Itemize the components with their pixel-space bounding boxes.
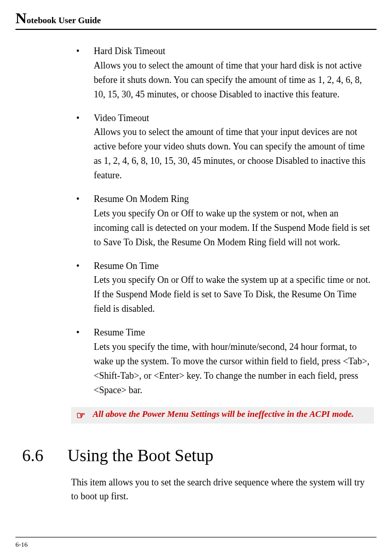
bullet-title: Resume On Time [94,259,374,274]
section-body: This item allows you to set the search d… [71,476,374,504]
list-item: Hard Disk Timeout Allows you to select t… [71,44,374,102]
page-footer: 6-16 [15,537,377,549]
bullet-title: Resume Time [94,326,374,340]
list-item: Resume On Modem Ring Lets you specify On… [71,192,374,250]
bullet-body: Lets you specify On or Off to wake up th… [94,207,374,250]
content-area: Hard Disk Timeout Allows you to select t… [15,44,377,537]
list-item: Resume Time Lets you specify the time, w… [71,326,374,397]
section-title: Using the Boot Setup [67,446,213,465]
bullet-title: Video Timeout [94,111,374,126]
header-dropcap: N [15,9,27,26]
section-heading: 6.6Using the Boot Setup [22,446,374,465]
note-callout: ☞ All above the Power Menu Settings will… [71,407,374,424]
page-number: 6-16 [15,541,28,548]
bullet-list: Hard Disk Timeout Allows you to select t… [71,44,374,398]
list-item: Video Timeout Allows you to select the a… [71,111,374,183]
page: Notebook User Guide Hard Disk Timeout Al… [0,0,392,556]
list-item: Resume On Time Lets you specify On or Of… [71,259,374,317]
header-title: Notebook User Guide [15,15,101,25]
page-header: Notebook User Guide [15,9,377,30]
note-text: All above the Power Menu Settings will b… [93,409,354,419]
bullet-body: Allows you to select the amount of time … [94,59,374,102]
section-number: 6.6 [22,446,67,465]
header-rest: otebook User Guide [27,15,101,25]
bullet-title: Hard Disk Timeout [94,44,374,59]
bullet-body: Allows you to select the amount of time … [94,125,374,183]
pointing-hand-icon: ☞ [76,409,86,422]
bullet-body: Lets you specify the time, with hour/min… [94,340,374,398]
bullet-title: Resume On Modem Ring [94,192,374,207]
bullet-body: Lets you specify On or Off to wake the s… [94,273,374,316]
